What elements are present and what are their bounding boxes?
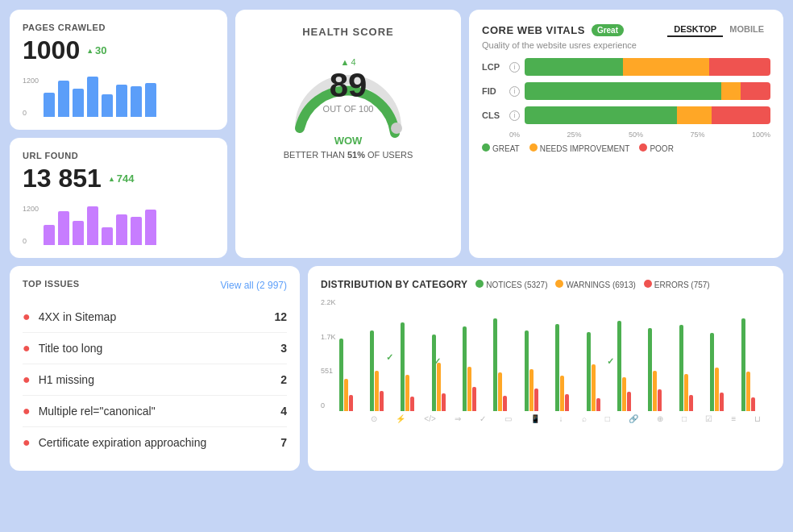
gauge-better-than: BETTER THAN 51% OF USERS <box>248 150 448 160</box>
top-issues-card: TOP ISSUES View all (2 997) ● 4XX in Sit… <box>10 266 300 471</box>
dist-single-bar <box>565 394 569 411</box>
chart-bar <box>131 217 142 245</box>
dist-single-bar <box>349 395 353 411</box>
health-score-card: HEALTH SCORE ▲4 89 OUT OF 100 WOW BETTER… <box>235 10 461 258</box>
dist-icon: ↓ <box>558 414 563 423</box>
cwv-cls-label: CLS <box>482 110 504 120</box>
gauge-container: ▲4 89 OUT OF 100 <box>284 48 413 128</box>
dist-single-bar <box>493 318 497 411</box>
chart-bar <box>44 225 55 245</box>
dist-single-bar <box>525 330 529 411</box>
dist-icon: □ <box>682 414 687 423</box>
dist-checkmark: ✓ <box>434 356 441 367</box>
dist-single-bar <box>751 397 755 411</box>
dist-icon: ⊙ <box>371 414 377 423</box>
dist-bar-group <box>648 328 677 411</box>
dist-single-bar <box>467 367 471 411</box>
cwv-tab-mobile[interactable]: MOBILE <box>723 23 770 37</box>
dist-single-bar <box>432 335 436 411</box>
dist-single-bar <box>592 364 596 411</box>
dist-chart-container: ✓✓✓ ⊙⚡</>⇒✓▭📱↓⌕□🔗⊕□☑≡⊔ <box>339 298 770 423</box>
dist-bars: ✓✓✓ <box>339 298 770 411</box>
dist-single-bar <box>741 318 745 411</box>
cwv-lcp-great <box>525 58 623 76</box>
dist-icon: ⊕ <box>657 414 663 423</box>
core-web-vitals-card: CORE WEB VITALS Great DESKTOP MOBILE Qua… <box>469 10 783 258</box>
dist-single-bar <box>679 325 683 411</box>
cwv-axis: 0%25%50%75%100% <box>482 131 770 143</box>
gauge-center: ▲4 89 OUT OF 100 <box>323 57 374 114</box>
issue-count: 12 <box>274 310 287 323</box>
url-found-value: 13 851 744 <box>23 164 214 193</box>
cwv-lcp-info[interactable]: i <box>509 62 520 73</box>
issue-name: H1 missing <box>39 373 273 386</box>
distribution-card: DISTRIBUTION BY CATEGORY NOTICES (5327)W… <box>308 266 783 471</box>
chart-bar <box>73 221 84 245</box>
url-found-title: URL FOUND <box>23 151 214 160</box>
url-found-delta: 744 <box>108 172 135 185</box>
dist-icon: ✓ <box>480 414 486 423</box>
pages-crawled-title: PAGES CRAWLED <box>23 23 214 32</box>
left-column: PAGES CRAWLED 1000 30 1200 0 URL FOUND 1… <box>10 10 227 258</box>
dist-single-bar <box>617 321 621 411</box>
dist-single-bar <box>658 389 662 411</box>
bottom-row: TOP ISSUES View all (2 997) ● 4XX in Sit… <box>10 266 783 471</box>
issue-name: Multiple rel="canonical" <box>39 405 273 418</box>
dist-bar-group <box>679 325 708 411</box>
dashboard: PAGES CRAWLED 1000 30 1200 0 URL FOUND 1… <box>10 10 783 471</box>
cwv-fid-poor <box>741 82 770 100</box>
cwv-cls-info[interactable]: i <box>509 110 520 121</box>
dist-bar-group <box>617 321 646 411</box>
dist-single-bar <box>437 363 441 411</box>
dist-icons: ⊙⚡</>⇒✓▭📱↓⌕□🔗⊕□☑≡⊔ <box>339 411 770 423</box>
cwv-row-lcp: LCP i <box>482 58 770 76</box>
dist-legend-item: WARNINGS (6913) <box>555 280 635 289</box>
cwv-legend: GREAT NEEDS IMPROVEMENT POOR <box>482 143 770 153</box>
dist-single-bar <box>587 332 591 411</box>
dist-single-bar <box>370 330 374 411</box>
dist-single-bar <box>622 377 626 411</box>
url-found-chart <box>44 205 156 245</box>
dist-single-bar <box>684 374 688 411</box>
dist-single-bar <box>380 391 384 411</box>
cwv-lcp-bar <box>525 58 770 76</box>
dist-single-bar <box>410 397 414 411</box>
dist-single-bar <box>715 368 719 411</box>
dist-single-bar <box>463 326 467 411</box>
cwv-legend-needs: NEEDS IMPROVEMENT <box>540 144 630 153</box>
dist-bar-group <box>587 332 616 411</box>
dist-single-bar <box>710 333 714 411</box>
dist-icon: ≡ <box>731 414 736 423</box>
chart-bar <box>145 210 156 245</box>
cwv-lcp-poor <box>709 58 770 76</box>
cwv-bars: LCP i FID i CLS <box>482 58 770 124</box>
dist-bar-group <box>710 333 739 411</box>
dist-icon: 📱 <box>530 414 540 423</box>
issue-name: Certificate expiration approaching <box>39 436 273 449</box>
dist-icon: ⌕ <box>582 414 587 423</box>
issue-name: Title too long <box>39 342 273 355</box>
dist-y-label: 1.7K <box>321 333 336 341</box>
cwv-title: CORE WEB VITALS <box>482 24 585 36</box>
pages-crawled-value: 1000 30 <box>23 35 214 65</box>
cwv-fid-info[interactable]: i <box>509 86 520 97</box>
issue-row: ● H1 missing 2 <box>23 364 287 396</box>
dist-bar-group <box>463 326 492 411</box>
dist-icon: ⇒ <box>455 414 461 423</box>
cwv-fid-label: FID <box>482 86 504 96</box>
dist-bar-group <box>339 339 368 411</box>
dist-icon: □ <box>605 414 610 423</box>
dist-bar-group <box>493 318 522 411</box>
view-all-link[interactable]: View all (2 997) <box>221 280 288 291</box>
issue-row: ● Multiple rel="canonical" 4 <box>23 396 287 427</box>
gauge-score: 89 <box>323 69 374 102</box>
dist-single-bar <box>472 387 476 411</box>
top-issues-title: TOP ISSUES <box>23 279 80 289</box>
issues-list: ● 4XX in Sitemap 12 ● Title too long 3 ●… <box>23 301 287 458</box>
cwv-cls-great <box>525 106 677 124</box>
chart-bar <box>87 77 98 117</box>
issue-row: ● Title too long 3 <box>23 333 287 364</box>
chart-bar <box>44 93 55 117</box>
cwv-tab-desktop[interactable]: DESKTOP <box>667 23 723 37</box>
issue-error-icon: ● <box>23 404 31 418</box>
